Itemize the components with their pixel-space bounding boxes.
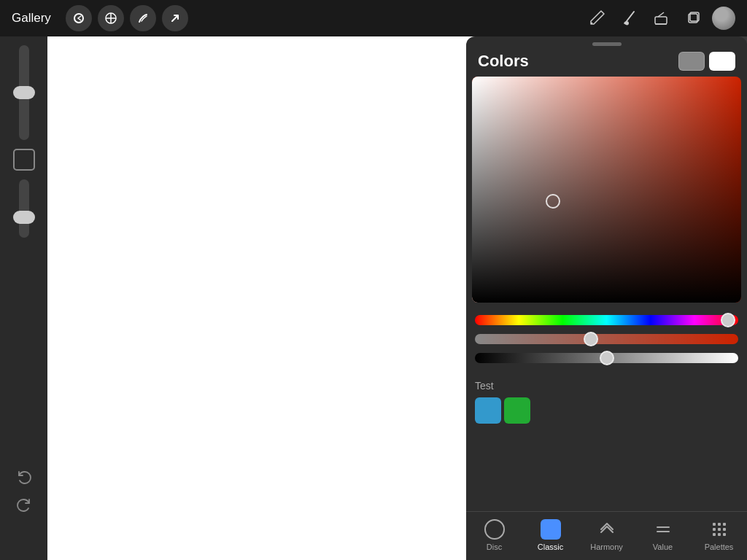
adjust-tool-button[interactable]: [98, 5, 124, 31]
gallery-button[interactable]: Gallery: [12, 11, 51, 26]
svg-rect-11: [713, 528, 716, 531]
black-gradient: [472, 77, 741, 303]
toolbar-right: [584, 5, 735, 31]
tab-disc-label: Disc: [487, 542, 502, 551]
panel-header: Colors: [466, 49, 747, 77]
tab-value[interactable]: Value: [635, 516, 691, 554]
swatch-previous[interactable]: [678, 52, 705, 71]
tab-harmony[interactable]: Harmony: [578, 516, 635, 554]
value-track[interactable]: [475, 353, 738, 363]
panel-tabs: Disc Classic Harmony V: [466, 511, 747, 560]
harmony-icon: [597, 519, 617, 540]
top-toolbar: Gallery: [0, 0, 747, 36]
palette-section: Test: [466, 376, 747, 511]
hue-thumb[interactable]: [721, 313, 735, 327]
color-swatches: [678, 52, 735, 71]
tab-classic[interactable]: Classic: [522, 516, 578, 554]
user-avatar[interactable]: [712, 7, 735, 30]
svg-rect-16: [723, 533, 726, 536]
svg-rect-10: [723, 523, 726, 526]
tab-palettes[interactable]: Palettes: [691, 516, 747, 554]
opacity-slider[interactable]: [19, 179, 29, 238]
tab-harmony-label: Harmony: [590, 542, 623, 551]
svg-rect-3: [655, 17, 667, 24]
brush-tool-button[interactable]: [616, 5, 642, 31]
tab-disc[interactable]: Disc: [466, 516, 522, 554]
opacity-thumb[interactable]: [13, 211, 35, 224]
value-icon: [653, 519, 673, 540]
color-picker-gradient[interactable]: [472, 77, 741, 303]
modify-tool-button[interactable]: [66, 5, 92, 31]
panel-handle[interactable]: [592, 42, 622, 46]
smudge-tool-button[interactable]: [130, 5, 156, 31]
saturation-thumb[interactable]: [584, 332, 598, 346]
svg-rect-12: [718, 528, 721, 531]
toolbar-left: Gallery: [12, 5, 584, 31]
palette-colors: [475, 397, 738, 424]
swatch-current[interactable]: [709, 52, 735, 71]
left-sidebar: [0, 36, 47, 560]
svg-rect-8: [713, 523, 716, 526]
undo-button[interactable]: [11, 467, 37, 489]
sliders-section: [466, 303, 747, 376]
redo-button[interactable]: [11, 494, 37, 516]
shape-tool[interactable]: [13, 149, 35, 171]
disc-icon: [484, 519, 505, 540]
value-slider-row: [475, 351, 738, 365]
brush-size-thumb[interactable]: [13, 86, 35, 99]
hue-slider-row: [475, 313, 738, 327]
svg-rect-14: [713, 533, 716, 536]
colors-panel: Colors T: [466, 36, 747, 560]
saturation-slider-row: [475, 332, 738, 346]
palette-color-1[interactable]: [475, 397, 501, 424]
brush-size-slider[interactable]: [19, 45, 29, 140]
sidebar-actions: [0, 467, 47, 516]
saturation-track[interactable]: [475, 334, 738, 344]
tab-classic-label: Classic: [538, 542, 563, 551]
svg-rect-15: [718, 533, 721, 536]
layers-button[interactable]: [680, 5, 706, 31]
palette-label: Test: [475, 380, 738, 392]
tab-palettes-label: Palettes: [705, 542, 734, 551]
eraser-tool-button[interactable]: [648, 5, 674, 31]
palette-color-2[interactable]: [504, 397, 530, 424]
palettes-icon: [709, 519, 729, 540]
svg-rect-13: [723, 528, 726, 531]
panel-title: Colors: [478, 52, 529, 71]
move-tool-button[interactable]: [162, 5, 188, 31]
classic-icon: [541, 519, 561, 540]
svg-rect-9: [718, 523, 721, 526]
value-thumb[interactable]: [600, 351, 614, 365]
tab-value-label: Value: [653, 542, 673, 551]
pen-tool-button[interactable]: [584, 5, 610, 31]
hue-track[interactable]: [475, 315, 738, 325]
